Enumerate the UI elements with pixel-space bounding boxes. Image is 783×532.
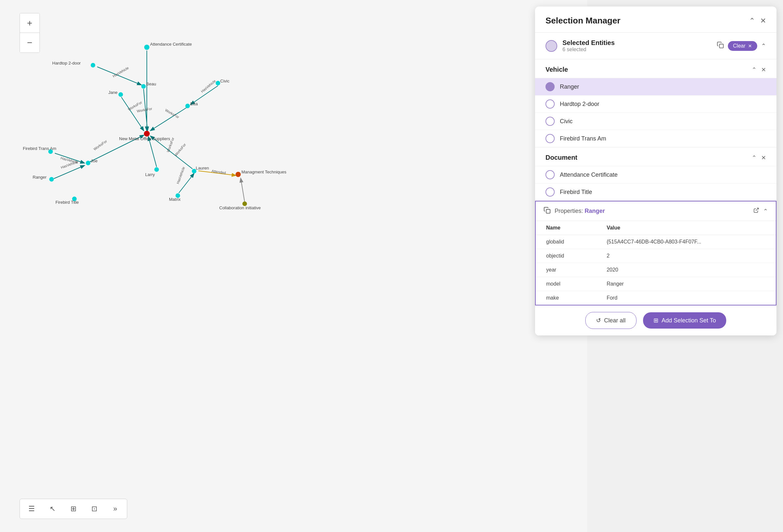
properties-tbody: globalid {515A4CC7-46DB-4CB0-A803-F4F07F… bbox=[536, 235, 776, 305]
panel-header: Selection Manager ⌃ ✕ bbox=[535, 6, 777, 33]
table-row: make Ford bbox=[536, 291, 776, 305]
svg-text:Beau: Beau bbox=[146, 81, 156, 87]
lasso-select-icon[interactable]: ⊡ bbox=[88, 502, 101, 516]
graph-canvas[interactable]: + − bbox=[0, 0, 587, 532]
properties-header: Properties: Ranger ⌃ bbox=[536, 201, 776, 221]
properties-collapse-button[interactable]: ⌃ bbox=[763, 208, 768, 215]
svg-line-60 bbox=[756, 208, 758, 210]
svg-point-38 bbox=[144, 131, 150, 137]
select-icon[interactable]: ↖ bbox=[46, 502, 59, 516]
selection-panel: Selection Manager ⌃ ✕ Selected Entities … bbox=[535, 6, 777, 335]
svg-text:Attendance Certificate: Attendance Certificate bbox=[150, 42, 192, 46]
svg-text:Firebird Title: Firebird Title bbox=[56, 200, 79, 205]
svg-text:Matrix: Matrix bbox=[169, 197, 181, 202]
svg-text:Hardtop 2-door: Hardtop 2-door bbox=[52, 61, 81, 66]
vehicle-item-hardtop[interactable]: Hardtop 2-door bbox=[535, 95, 777, 112]
properties-external-link-button[interactable] bbox=[753, 207, 759, 215]
document-collapse-button[interactable]: ⌃ bbox=[752, 154, 757, 161]
vehicle-name-ranger: Ranger bbox=[560, 84, 579, 90]
clear-all-button[interactable]: ↺ Clear all bbox=[585, 312, 636, 329]
svg-text:New Metal Office Suppliers: New Metal Office Suppliers bbox=[119, 136, 170, 141]
properties-table: Name Value globalid {515A4CC7-46DB-4CB0-… bbox=[536, 221, 776, 305]
document-close-button[interactable]: ✕ bbox=[761, 154, 766, 161]
document-name-attendance: Attendance Certificate bbox=[560, 171, 618, 178]
svg-text:Ranger: Ranger bbox=[33, 175, 46, 179]
entity-type-icon bbox=[545, 40, 557, 52]
vehicle-section-title: Vehicle bbox=[545, 66, 568, 73]
panel-title: Selection Manager bbox=[545, 15, 621, 26]
prop-name-header: Name bbox=[536, 221, 596, 235]
collapse-entities-button[interactable]: ⌃ bbox=[761, 42, 766, 49]
table-row: year 2020 bbox=[536, 263, 776, 277]
svg-point-48 bbox=[154, 167, 159, 172]
vehicle-item-ranger[interactable]: Ranger bbox=[535, 78, 777, 95]
svg-point-54 bbox=[236, 172, 241, 177]
collapse-panel-button[interactable]: ⌃ bbox=[749, 16, 755, 25]
copy-entities-button[interactable] bbox=[717, 41, 724, 50]
document-dot-attendance bbox=[545, 170, 555, 179]
document-item-firebird-title[interactable]: Firebird Title bbox=[535, 183, 777, 200]
add-selection-button[interactable]: ⊞ Add Selection Set To bbox=[643, 312, 726, 329]
svg-line-3 bbox=[97, 67, 141, 85]
add-selection-icon: ⊞ bbox=[654, 317, 658, 324]
svg-point-32 bbox=[119, 92, 123, 97]
properties-icon bbox=[543, 207, 551, 215]
svg-rect-58 bbox=[719, 44, 723, 48]
svg-text:Civic: Civic bbox=[220, 78, 230, 84]
table-row: objectid 2 bbox=[536, 249, 776, 263]
document-section: Document ⌃ ✕ Attendance Certificate Fire… bbox=[535, 147, 777, 201]
svg-text:HasVehicle: HasVehicle bbox=[176, 166, 186, 185]
svg-rect-59 bbox=[546, 209, 550, 213]
svg-text:HasVehicle: HasVehicle bbox=[200, 79, 217, 94]
list-icon[interactable]: ☰ bbox=[25, 502, 38, 516]
document-section-header: Document ⌃ ✕ bbox=[535, 147, 777, 166]
vehicle-dot-civic bbox=[545, 117, 555, 126]
svg-text:Lauren: Lauren bbox=[196, 166, 209, 170]
clear-selected-button[interactable]: Clear ✕ bbox=[728, 41, 757, 51]
svg-line-10 bbox=[54, 166, 84, 179]
vehicle-item-firebird-trans[interactable]: Firebird Trans Am bbox=[535, 130, 777, 147]
document-item-attendance[interactable]: Attendance Certificate bbox=[535, 166, 777, 183]
svg-text:Jane: Jane bbox=[108, 90, 118, 95]
document-section-title: Document bbox=[545, 154, 577, 161]
svg-text:Etta: Etta bbox=[190, 101, 198, 106]
vehicle-collapse-button[interactable]: ⌃ bbox=[752, 66, 757, 73]
svg-text:Joe: Joe bbox=[91, 159, 98, 163]
rectangle-select-icon[interactable]: ⊞ bbox=[67, 502, 80, 516]
svg-text:WorksFor: WorksFor bbox=[174, 142, 187, 157]
refresh-icon: ↺ bbox=[596, 317, 601, 324]
properties-section: Properties: Ranger ⌃ Name Value bbox=[535, 201, 777, 305]
vehicle-name-firebird-trans: Firebird Trans Am bbox=[560, 135, 606, 142]
selected-entities-info: Selected Entities 6 selected bbox=[562, 39, 712, 53]
vehicle-dot-hardtop bbox=[545, 99, 555, 108]
svg-text:Collaboration initiative: Collaboration initiative bbox=[219, 205, 261, 210]
svg-point-42 bbox=[86, 161, 90, 165]
svg-point-34 bbox=[216, 81, 220, 86]
svg-text:Managment Techniques: Managment Techniques bbox=[242, 169, 286, 174]
vehicle-name-civic: Civic bbox=[560, 118, 572, 125]
vehicle-section: Vehicle ⌃ ✕ Ranger Hardtop 2-door Civic … bbox=[535, 59, 777, 147]
table-row: model Ranger bbox=[536, 277, 776, 291]
svg-point-36 bbox=[185, 104, 190, 108]
properties-title: Properties: Ranger bbox=[555, 208, 749, 214]
vehicle-item-civic[interactable]: Civic bbox=[535, 112, 777, 130]
svg-text:WorksFor: WorksFor bbox=[136, 107, 152, 113]
table-row: globalid {515A4CC7-46DB-4CB0-A803-F4F07F… bbox=[536, 235, 776, 249]
vehicle-section-header: Vehicle ⌃ ✕ bbox=[535, 59, 777, 78]
svg-line-7 bbox=[149, 137, 157, 167]
svg-line-13 bbox=[241, 179, 245, 202]
prop-value-header: Value bbox=[596, 221, 776, 235]
svg-point-26 bbox=[144, 45, 149, 50]
svg-text:Firebird Trans Am: Firebird Trans Am bbox=[23, 146, 57, 151]
svg-point-44 bbox=[49, 177, 54, 181]
vehicle-close-button[interactable]: ✕ bbox=[761, 66, 766, 73]
close-panel-button[interactable]: ✕ bbox=[760, 16, 766, 25]
vehicle-name-hardtop: Hardtop 2-door bbox=[560, 101, 599, 107]
selected-entities-row: Selected Entities 6 selected Clear ✕ ⌃ bbox=[535, 33, 777, 59]
panel-footer: ↺ Clear all ⊞ Add Selection Set To bbox=[535, 305, 777, 335]
document-name-firebird-title: Firebird Title bbox=[560, 189, 592, 196]
graph-svg: HasVehicle WorksFor WorksFor HasVehicle … bbox=[0, 0, 587, 532]
svg-text:Larry: Larry bbox=[145, 172, 155, 177]
expand-icon[interactable]: » bbox=[108, 502, 122, 516]
svg-text:WorksFor: WorksFor bbox=[93, 139, 108, 151]
